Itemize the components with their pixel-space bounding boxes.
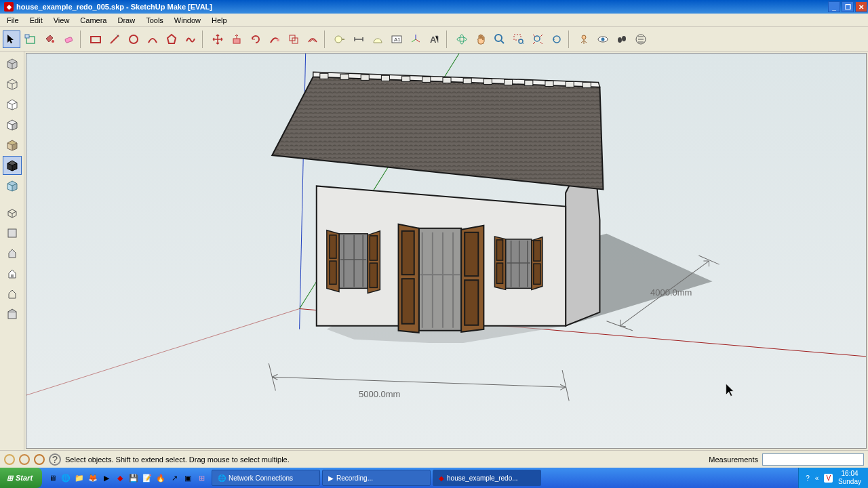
tray-help-icon[interactable]: ? [806,474,810,482]
dimension-depth: 4000.0mm [650,287,692,298]
ql-app2-icon[interactable]: ▶ [100,472,113,484]
menu-draw[interactable]: Draw [112,15,140,26]
svg-line-33 [26,309,300,439]
dimension-tool-icon[interactable] [350,30,368,48]
move-tool-icon[interactable] [209,30,226,48]
status-indicator-2[interactable] [19,454,30,465]
maximize-button[interactable]: ❐ [842,1,854,12]
taskbar-item-recording[interactable]: ▶Recording... [322,470,431,486]
pan-tool-icon[interactable] [472,30,490,48]
tray-chevron-icon[interactable]: « [815,474,819,482]
tape-measure-icon[interactable] [331,30,349,48]
section-plane-icon[interactable] [632,30,650,48]
style-hidden-line-icon[interactable] [3,95,22,114]
ql-app5-icon[interactable]: ▣ [182,472,194,484]
svg-rect-50 [484,79,492,84]
ql-sketchup-icon[interactable]: ◆ [114,472,126,484]
view-left-icon[interactable] [3,305,22,324]
taskbar-item-sketchup[interactable]: ◆house_example_redo... [433,470,541,486]
select-tool-icon[interactable] [3,30,20,48]
ql-desktop-icon[interactable]: 🖥 [46,472,58,484]
style-mono-icon[interactable] [3,136,22,155]
svg-rect-74 [402,231,414,274]
look-around-icon[interactable] [594,30,612,48]
rectangle-tool-icon[interactable] [87,30,104,48]
style-wireframe-icon[interactable] [3,75,22,94]
ql-app1-icon[interactable]: 🦊 [87,472,99,484]
menu-window[interactable]: Window [169,15,206,26]
view-back-icon[interactable] [3,285,22,304]
offset-tool-icon[interactable] [304,30,321,48]
start-button[interactable]: ⊞Start [0,468,42,488]
menu-help[interactable]: Help [206,15,233,26]
ql-app6-icon[interactable]: ⊞ [195,472,208,484]
ql-ie-icon[interactable]: 🌐 [60,472,72,484]
svg-marker-6 [167,35,176,43]
svg-rect-30 [8,312,16,319]
previous-view-icon[interactable] [548,30,566,48]
svg-point-20 [534,36,540,41]
svg-rect-67 [419,228,461,331]
ql-app4-icon[interactable]: ↗ [168,472,180,484]
protractor-tool-icon[interactable] [369,30,387,48]
zoom-window-icon[interactable] [510,30,528,48]
ql-firefox-icon[interactable]: 🔥 [155,472,167,484]
measurements-input[interactable] [762,453,864,466]
svg-rect-49 [463,78,471,83]
orbit-tool-icon[interactable] [453,30,471,48]
view-front-icon[interactable] [3,244,22,263]
style-xray-icon[interactable] [3,176,22,195]
taskbar-item-network[interactable]: 🌐Network Connections [212,470,320,486]
status-hint: Select objects. Shift to extend select. … [65,455,290,464]
svg-rect-7 [233,39,240,43]
freehand-tool-icon[interactable] [182,30,199,48]
dimension-width: 5000.0mm [359,389,400,399]
arc-tool-icon[interactable] [144,30,161,48]
rotate-tool-icon[interactable] [247,30,264,48]
zoom-tool-icon[interactable] [491,30,509,48]
make-component-icon[interactable] [22,30,39,48]
svg-rect-85 [534,264,540,284]
svg-point-11 [335,36,342,43]
3d-viewport[interactable]: 5000.0mm 4000.0mm [26,53,867,449]
style-textured-icon[interactable] [3,156,22,175]
menu-tools[interactable]: Tools [140,15,169,26]
walk-tool-icon[interactable] [613,30,631,48]
pushpull-tool-icon[interactable] [228,30,245,48]
view-right-icon[interactable] [3,264,22,283]
paint-bucket-icon[interactable] [41,30,58,48]
style-shaded-icon[interactable] [3,54,22,73]
axes-tool-icon[interactable] [407,30,425,48]
close-button[interactable]: ✕ [855,1,867,12]
3dtext-tool-icon[interactable]: A [426,30,443,48]
svg-point-24 [601,37,605,41]
view-top-icon[interactable] [3,224,22,243]
help-icon[interactable]: ? [49,453,61,466]
ql-app3-icon[interactable]: 📝 [141,472,153,484]
view-iso-icon[interactable] [3,203,22,222]
svg-rect-84 [534,241,540,261]
menu-view[interactable]: View [48,15,75,26]
style-shaded2-icon[interactable] [3,115,22,134]
status-indicator-3[interactable] [34,454,45,465]
line-tool-icon[interactable] [106,30,123,48]
tray-shield-icon[interactable]: V [824,474,833,483]
scale-tool-icon[interactable] [285,30,302,48]
tray-clock[interactable]: 16:04 Sunday [838,470,861,486]
svg-point-22 [582,35,586,39]
menu-camera[interactable]: Camera [75,15,112,26]
status-indicator-1[interactable] [4,454,15,465]
circle-tool-icon[interactable] [125,30,142,48]
zoom-extents-icon[interactable] [529,30,547,48]
window-titlebar: ◆ house_example_redo_005.skp - SketchUp … [0,0,868,14]
menu-file[interactable]: File [1,15,24,26]
eraser-icon[interactable] [60,30,77,48]
ql-save-icon[interactable]: 💾 [127,472,140,484]
polygon-tool-icon[interactable] [163,30,180,48]
followme-tool-icon[interactable] [266,30,283,48]
text-tool-icon[interactable]: A1 [388,30,406,48]
ql-explorer-icon[interactable]: 📁 [73,472,85,484]
minimize-button[interactable]: _ [828,1,840,12]
position-camera-icon[interactable] [575,30,593,48]
menu-edit[interactable]: Edit [24,15,48,26]
